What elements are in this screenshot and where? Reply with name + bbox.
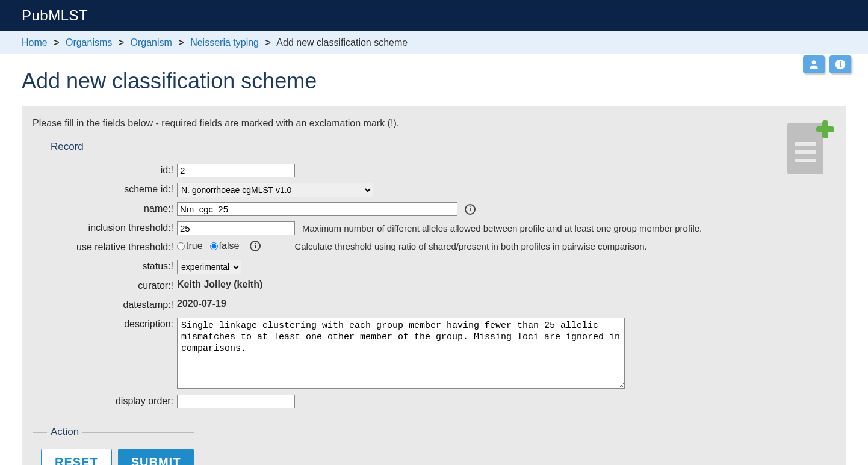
status-label: status:! (33, 260, 177, 272)
description-label: description: (33, 318, 177, 330)
info-icon: i (834, 58, 846, 70)
action-legend: Action (47, 426, 82, 438)
use-relative-threshold-radios: true false i (177, 241, 261, 251)
radio-false[interactable] (210, 242, 218, 250)
breadcrumb-current: Add new classification scheme (276, 37, 408, 48)
datestamp-value: 2020-07-19 (177, 298, 226, 309)
breadcrumb-sep: > (265, 37, 270, 48)
form-panel: Please fill in the fields below - requir… (22, 106, 846, 465)
intro-text: Please fill in the fields below - requir… (33, 118, 835, 129)
breadcrumb-sep: > (54, 37, 59, 48)
status-select[interactable]: experimental (177, 260, 241, 274)
radio-true[interactable] (177, 242, 185, 250)
reset-button[interactable]: RESET (41, 449, 112, 465)
id-input[interactable] (177, 164, 295, 177)
svg-rect-8 (816, 126, 834, 132)
use-relative-threshold-label: use relative threshold:! (33, 241, 177, 253)
display-order-label: display order: (33, 395, 177, 407)
user-account-button[interactable] (803, 55, 825, 73)
breadcrumb-organisms[interactable]: Organisms (66, 37, 112, 48)
datestamp-label: datestamp:! (33, 298, 177, 310)
user-icon (808, 58, 820, 70)
scheme-id-select[interactable]: N. gonorrhoeae cgMLST v1.0 (177, 183, 373, 197)
action-fieldset: Action RESET SUBMIT (33, 426, 194, 465)
display-order-input[interactable] (177, 395, 295, 408)
svg-point-0 (812, 60, 816, 64)
curator-value: Keith Jolley (keith) (177, 279, 262, 290)
scheme-id-label: scheme id:! (33, 183, 177, 195)
breadcrumb-neisseria-typing[interactable]: Neisseria typing (190, 37, 259, 48)
breadcrumb-organism[interactable]: Organism (131, 37, 172, 48)
site-title[interactable]: PubMLST (22, 7, 846, 24)
record-fieldset: Record id:! scheme id:! N. gonorrhoeae c… (33, 141, 835, 417)
inclusion-threshold-hint: Maximum number of different alleles allo… (302, 223, 702, 233)
description-textarea[interactable] (177, 318, 625, 389)
relative-threshold-hint: Calculate threshold using ratio of share… (294, 241, 646, 251)
inclusion-threshold-label: inclusion threshold:! (33, 221, 177, 233)
record-legend: Record (47, 141, 87, 153)
curator-label: curator:! (33, 279, 177, 291)
name-label: name:! (33, 202, 177, 214)
breadcrumb-sep: > (178, 37, 184, 48)
name-input[interactable] (177, 202, 457, 216)
breadcrumb: Home > Organisms > Organism > Neisseria … (0, 31, 868, 54)
name-info-icon[interactable]: i (465, 204, 476, 215)
top-right-icons: i (803, 55, 851, 73)
submit-button[interactable]: SUBMIT (118, 449, 194, 465)
id-label: id:! (33, 164, 177, 176)
breadcrumb-home[interactable]: Home (22, 37, 48, 48)
inclusion-threshold-input[interactable] (177, 221, 295, 235)
radio-true-label[interactable]: true (186, 241, 203, 251)
radio-false-label[interactable]: false (219, 241, 240, 251)
top-bar: PubMLST (0, 0, 868, 31)
help-info-button[interactable]: i (829, 55, 851, 73)
relative-threshold-info-icon[interactable]: i (250, 241, 261, 251)
breadcrumb-sep: > (119, 37, 124, 48)
page-title: Add new classification scheme (22, 69, 846, 94)
